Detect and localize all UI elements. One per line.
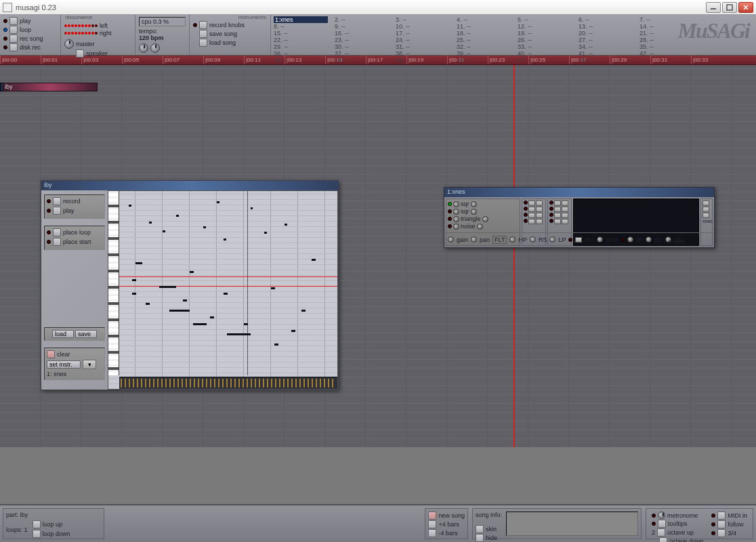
osc1-knob[interactable] (453, 201, 459, 207)
minimize-button[interactable] (706, 2, 721, 13)
reverb-led[interactable] (621, 238, 625, 242)
instrument-slot-37[interactable]: 37. -- (335, 50, 389, 57)
side-btn-3[interactable] (702, 213, 709, 218)
pe-place-loop-button[interactable] (53, 228, 61, 236)
pe-setinstr-dropdown-icon[interactable]: ▾ (83, 360, 96, 369)
tempo-fine-knob[interactable] (150, 43, 160, 53)
osc3-led[interactable] (448, 217, 452, 221)
save-song-button[interactable] (199, 30, 207, 38)
instrument-slot-27[interactable]: 27. -- (579, 37, 633, 43)
instrument-slot-25[interactable]: 25. -- (457, 37, 511, 43)
instrument-slot-43[interactable]: 43. -- (274, 57, 328, 64)
clip-iby[interactable]: iby (3, 83, 98, 91)
instrument-slot-16[interactable]: 16. -- (335, 30, 389, 37)
loop-button[interactable] (9, 26, 18, 34)
pan-knob[interactable] (471, 236, 477, 243)
gain-knob[interactable] (448, 236, 454, 243)
follow-button[interactable] (717, 520, 726, 528)
instrument-slot-11[interactable]: 11. -- (457, 23, 511, 30)
loop-down-button[interactable] (33, 530, 41, 538)
instrument-slot-18[interactable]: 18. -- (457, 30, 511, 37)
load-song-button[interactable] (199, 39, 207, 47)
env2-btn-4a[interactable] (554, 219, 561, 224)
instrument-slot-20[interactable]: 20. -- (579, 30, 633, 37)
octave-down-button[interactable] (659, 537, 667, 542)
env2-btn-2b[interactable] (562, 207, 568, 212)
octave-up-button[interactable] (657, 528, 665, 537)
disk-rec-button[interactable] (9, 43, 18, 51)
instrument-slot-38[interactable]: 38. -- (396, 50, 450, 57)
dist-led[interactable] (568, 238, 572, 242)
instrument-slot-15[interactable]: 15. -- (274, 30, 328, 37)
instrument-slot-10[interactable]: 10. -- (396, 23, 450, 30)
part-editor-window[interactable]: iby record play place loop place start l… (41, 180, 339, 390)
hp-knob[interactable] (509, 236, 516, 243)
env-btn-1b[interactable] (536, 201, 543, 206)
plus4-button[interactable] (428, 520, 436, 528)
instrument-slot-3[interactable]: 3. -- (396, 16, 450, 23)
env2-btn-2a[interactable] (554, 207, 561, 212)
env-btn-2a[interactable] (528, 207, 535, 212)
env2-btn-3b[interactable] (562, 213, 568, 218)
instrument-slot-13[interactable]: 13. -- (579, 23, 633, 30)
env-btn-3b[interactable] (536, 213, 543, 218)
song-info-text[interactable] (506, 512, 638, 536)
side-btn-1[interactable] (702, 201, 709, 206)
osc2-tune[interactable] (471, 209, 477, 215)
pe-play-button[interactable] (53, 207, 61, 215)
instrument-slot-4[interactable]: 4. -- (457, 16, 511, 23)
instrument-slot-41[interactable]: 41. -- (579, 50, 633, 57)
rs-knob[interactable] (530, 236, 536, 243)
env-btn-3a[interactable] (528, 213, 535, 218)
pe-setinstr-button[interactable]: set instr. (47, 360, 81, 369)
env2-btn-3a[interactable] (554, 213, 561, 218)
velocity-lane[interactable] (119, 377, 337, 389)
env-btn-4b[interactable] (536, 219, 543, 224)
instrument-slot-12[interactable]: 12. -- (518, 23, 572, 30)
midi-in-button[interactable] (717, 512, 726, 520)
hide-button[interactable] (476, 534, 484, 542)
instrument-slot-31[interactable]: 31. -- (396, 43, 450, 50)
env2-btn-1b[interactable] (562, 201, 568, 206)
metronome-knob[interactable] (658, 512, 665, 519)
instrument-slot-2[interactable]: 2. -- (335, 16, 389, 23)
instrument-slot-26[interactable]: 26. -- (518, 37, 572, 43)
dpt-knob[interactable] (646, 236, 652, 243)
instrument-slot-35[interactable]: 35. -- (639, 43, 694, 50)
instrument-slot-29[interactable]: 29. -- (274, 43, 328, 50)
record-knobs-button[interactable] (199, 21, 207, 29)
speaker-button[interactable] (76, 49, 84, 58)
instrument-slot-9[interactable]: 9. -- (335, 23, 389, 30)
instrument-slot-44[interactable]: 44. -- (335, 57, 389, 64)
pe-record-button[interactable] (53, 197, 61, 205)
minus4-button[interactable] (428, 529, 436, 537)
three-four-button[interactable] (717, 529, 726, 537)
instrument-slot-46[interactable]: 46. -- (457, 57, 511, 64)
side-btn-2[interactable] (702, 207, 709, 212)
instrument-slot-1[interactable]: 1:xnes (274, 16, 328, 23)
osc2-knob[interactable] (453, 209, 459, 215)
instrument-title[interactable]: 1:xnes (444, 188, 714, 197)
osc2-led[interactable] (448, 209, 452, 213)
new-song-button[interactable] (428, 512, 436, 520)
dist-button[interactable] (575, 237, 582, 243)
env2-btn-4b[interactable] (562, 219, 568, 224)
pe-load-button[interactable]: load (52, 330, 74, 338)
instrument-slot-23[interactable]: 23. -- (335, 37, 389, 43)
pe-save-button[interactable]: save (75, 330, 97, 338)
osc3-tune[interactable] (482, 216, 488, 222)
osc1-led[interactable] (448, 202, 452, 206)
playhead[interactable] (513, 65, 515, 447)
play-button[interactable] (9, 17, 18, 25)
instrument-slot-48[interactable]: 48. -- (579, 57, 633, 64)
instrument-slot-8[interactable]: 8. -- (274, 23, 328, 30)
instrument-slot-47[interactable]: 47. -- (518, 57, 572, 64)
env2-btn-1a[interactable] (554, 201, 561, 206)
instrument-slot-22[interactable]: 22. -- (274, 37, 328, 43)
rec-song-button[interactable] (9, 35, 18, 43)
instrument-slot-36[interactable]: 36. -- (274, 50, 328, 57)
osc1-tune[interactable] (471, 201, 477, 207)
skin-button[interactable] (476, 525, 484, 533)
loop-up-button[interactable] (33, 520, 41, 528)
pe-place-start-button[interactable] (53, 238, 61, 246)
